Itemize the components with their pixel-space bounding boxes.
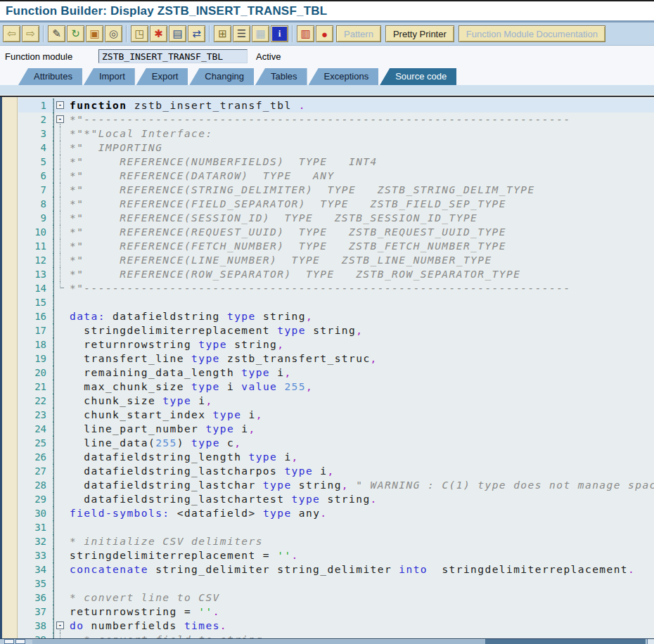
code-text[interactable]: datafieldstring_lastcharpos type i, [67,464,654,478]
code-line[interactable]: 19 transfert_line type zstb_transfert_st… [18,352,654,366]
tab-source-code[interactable]: Source code [380,68,456,85]
code-line[interactable]: 33stringdelimiterreplacement = ''. [18,548,654,562]
code-text[interactable]: *" REFERENCE(FIELD_SEPARATOR) TYPE ZSTB_… [67,197,654,211]
performance-icon[interactable]: ▥ [297,25,314,42]
code-line[interactable]: 17 stringdelimiterreplacement type strin… [18,323,654,337]
stack-icon[interactable]: ☰ [233,25,250,42]
code-text[interactable]: datafieldstring_lastchar type string, " … [67,478,654,492]
editor-breakpoint-margin[interactable] [2,97,18,644]
code-line[interactable]: 29 datafieldstring_lastchartest type str… [18,492,654,506]
stop-user-icon[interactable]: ● [316,25,333,42]
code-text[interactable]: *" REFERENCE(LINE_NUMBER) TYPE ZSTB_LINE… [67,253,654,267]
tab-export[interactable]: Export [136,68,188,85]
code-line[interactable]: 28 datafieldstring_lastchar type string,… [18,478,654,492]
code-line[interactable]: 24 line_part_number type i, [18,422,654,436]
code-line[interactable]: 1-function zstb_insert_transf_tbl . [18,98,654,112]
code-line[interactable]: 16data: datafieldstring type string, [18,309,654,323]
code-text[interactable]: *"*"Local Interface: [67,127,654,141]
code-line[interactable]: 3*"*"Local Interface: [18,127,654,141]
pretty-printer-button[interactable]: Pretty Printer [385,25,454,42]
copy-icon[interactable]: ▣ [86,25,103,42]
code-text[interactable]: stringdelimiterreplacement = ''. [67,548,654,562]
fold-collapse-icon[interactable]: - [56,115,64,123]
function-module-input[interactable] [98,49,248,63]
code-line[interactable]: 10*" REFERENCE(REQUEST_UUID) TYPE ZSTB_R… [18,225,654,239]
code-line[interactable]: 22 chunk_size type i, [18,394,654,408]
code-text[interactable]: returnrowstring type string, [67,337,654,352]
code-line[interactable]: 9*" REFERENCE(SESSION_ID) TYPE ZSTB_SESS… [18,211,654,225]
code-line[interactable]: 8*" REFERENCE(FIELD_SEPARATOR) TYPE ZSTB… [18,197,654,211]
scrollbar-thumb[interactable] [485,639,646,644]
code-line[interactable]: 5*" REFERENCE(NUMBERFIELDS) TYPE INT4 [18,155,654,169]
tab-attributes[interactable]: Attributes [18,68,82,85]
code-line[interactable]: 26 datafieldstring_length type i, [18,450,654,464]
code-line[interactable]: 23 chunk_start_index type i, [18,408,654,422]
code-line[interactable]: 31 [18,520,654,534]
code-line[interactable]: 35 [18,577,654,591]
forward-icon[interactable]: ⇨ [22,25,39,42]
code-text[interactable]: function zstb_insert_transf_tbl . [67,98,654,112]
code-text[interactable]: stringdelimiterreplacement type string, [67,323,654,337]
code-line[interactable]: 38-do numberfields times. [18,619,654,633]
runtime-analysis-icon[interactable]: ▤ [169,25,186,42]
display-change-icon[interactable]: ✎ [48,25,65,42]
code-text[interactable]: * convert line to CSV [67,591,654,605]
code-line[interactable]: 14*"------------------------------------… [18,281,654,295]
code-text[interactable]: chunk_size type i, [67,394,654,408]
code-text[interactable]: do numberfields times. [67,619,654,633]
info-icon[interactable]: i [271,25,288,42]
code-line[interactable]: 27 datafieldstring_lastcharpos type i, [18,464,654,478]
hierarchy-icon[interactable]: ⊞ [214,25,231,42]
code-line[interactable]: 32* initialize CSV delimiters [18,534,654,548]
code-text[interactable]: *" REFERENCE(SESSION_ID) TYPE ZSTB_SESSI… [67,211,654,225]
code-line[interactable]: 6*" REFERENCE(DATAROW) TYPE ANY [18,169,654,183]
fold-collapse-icon[interactable]: - [56,101,64,109]
code-text[interactable]: *"--------------------------------------… [67,112,654,127]
back-icon[interactable]: ⇦ [3,25,20,42]
code-text[interactable]: * initialize CSV delimiters [67,534,654,548]
code-text[interactable]: max_chunk_size type i value 255, [67,380,654,394]
code-text[interactable] [67,295,654,309]
tab-changing[interactable]: Changing [189,68,254,85]
code-text[interactable]: chunk_start_index type i, [67,408,654,422]
horizontal-scrollbar[interactable] [0,638,654,644]
tab-exceptions[interactable]: Exceptions [309,68,379,85]
code-text[interactable]: remaining_data_length type i, [67,366,654,380]
where-used-icon[interactable]: ◳ [131,25,148,42]
code-line[interactable]: 7*" REFERENCE(STRING_DELIMITER) TYPE ZST… [18,183,654,197]
code-text[interactable]: line_data(255) type c, [67,436,654,450]
navigation-icon[interactable]: ⇄ [188,25,205,42]
code-line[interactable]: 12*" REFERENCE(LINE_NUMBER) TYPE ZSTB_LI… [18,253,654,267]
abap-source-editor[interactable]: 1-function zstb_insert_transf_tbl .2-*"-… [0,96,654,644]
code-line[interactable]: 2-*"------------------------------------… [18,112,654,127]
code-text[interactable]: data: datafieldstring type string, [67,309,654,323]
test-icon[interactable]: ✱ [150,25,167,42]
code-line[interactable]: 36* convert line to CSV [18,591,654,605]
code-text[interactable]: *" IMPORTING [67,141,654,155]
code-text[interactable]: datafieldstring_lastchartest type string… [67,492,654,506]
code-line[interactable]: 25 line_data(255) type c, [18,436,654,450]
code-text[interactable]: *"--------------------------------------… [67,281,654,295]
code-line[interactable]: 15 [18,295,654,309]
scroll-left-icon[interactable] [4,639,14,644]
code-line[interactable]: 21 max_chunk_size type i value 255, [18,380,654,394]
code-line[interactable]: 18 returnrowstring type string, [18,337,654,352]
fold-collapse-icon[interactable]: - [56,622,64,629]
code-text[interactable]: returnrowstring = ''. [67,605,654,619]
code-line[interactable]: 11*" REFERENCE(FETCH_NUMBER) TYPE ZSTB_F… [18,239,654,253]
code-text[interactable]: transfert_line type zstb_transfert_struc… [67,352,654,366]
code-text[interactable]: datafieldstring_length type i, [67,450,654,464]
scroll-right-icon[interactable] [15,639,25,644]
scrollbar-track[interactable] [32,640,485,644]
code-text[interactable]: *" REFERENCE(REQUEST_UUID) TYPE ZSTB_REQ… [67,225,654,239]
code-text[interactable] [67,520,654,534]
code-line[interactable]: 20 remaining_data_length type i, [18,366,654,380]
code-line[interactable]: 4*" IMPORTING [18,141,654,155]
code-line[interactable]: 13*" REFERENCE(ROW_SEPARATOR) TYPE ZSTB_… [18,267,654,281]
code-line[interactable]: 37returnrowstring = ''. [18,605,654,619]
code-text[interactable]: *" REFERENCE(NUMBERFIELDS) TYPE INT4 [67,155,654,169]
code-text[interactable]: line_part_number type i, [67,422,654,436]
code-text[interactable]: *" REFERENCE(DATAROW) TYPE ANY [67,169,654,183]
other-object-icon[interactable]: ◎ [105,25,122,42]
tab-import[interactable]: Import [84,68,135,85]
